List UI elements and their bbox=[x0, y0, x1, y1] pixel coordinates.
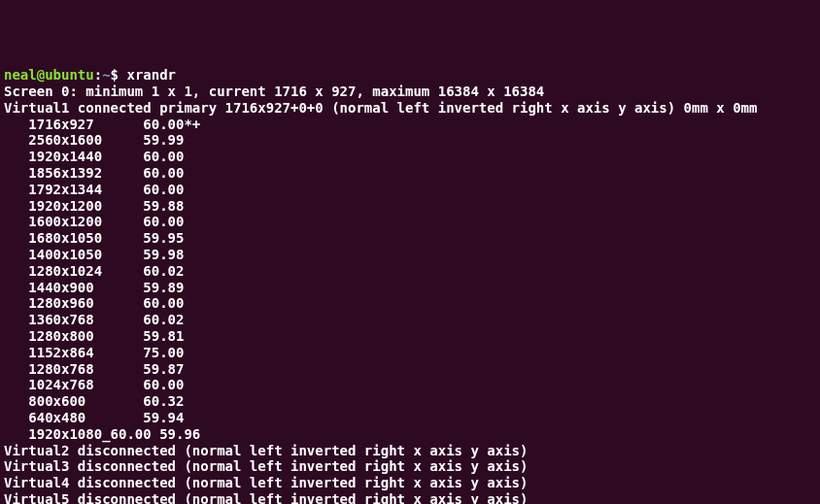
prompt-path: ~ bbox=[102, 67, 110, 83]
mode-line: 1920x1200 59.88 bbox=[4, 198, 816, 215]
command-entered: xrandr bbox=[126, 67, 176, 83]
prompt-colon: : bbox=[94, 67, 102, 83]
mode-line: 1280x768 59.87 bbox=[4, 361, 816, 378]
mode-line: 1280x800 59.81 bbox=[4, 328, 816, 345]
mode-line: 1440x900 59.89 bbox=[4, 280, 816, 296]
mode-line: 1280x960 60.00 bbox=[4, 295, 816, 312]
mode-line: 1716x927 60.00*+ bbox=[4, 117, 816, 133]
terminal-output[interactable]: neal@ubuntu:~$ xrandrScreen 0: minimum 1… bbox=[4, 67, 816, 504]
mode-line: 1360x768 60.02 bbox=[4, 312, 816, 328]
virtual-disconnected: Virtual5 disconnected (normal left inver… bbox=[4, 491, 816, 504]
mode-line: 1920x1080_60.00 59.96 bbox=[4, 426, 816, 443]
mode-line: 1152x864 75.00 bbox=[4, 345, 816, 361]
mode-line: 1920x1440 60.00 bbox=[4, 149, 816, 165]
prompt-line-1: neal@ubuntu:~$ xrandr bbox=[4, 67, 816, 84]
virtual-disconnected: Virtual2 disconnected (normal left inver… bbox=[4, 443, 816, 459]
mode-line: 1024x768 60.00 bbox=[4, 377, 816, 393]
prompt-dollar: $ bbox=[111, 67, 127, 83]
virtual1-connected: Virtual1 connected primary 1716x927+0+0 … bbox=[4, 100, 816, 117]
mode-line: 2560x1600 59.99 bbox=[4, 132, 816, 149]
mode-line: 800x600 60.32 bbox=[4, 393, 816, 410]
mode-line: 1400x1050 59.98 bbox=[4, 247, 816, 263]
mode-line: 1792x1344 60.00 bbox=[4, 182, 816, 198]
mode-line: 1680x1050 59.95 bbox=[4, 230, 816, 247]
mode-line: 1856x1392 60.00 bbox=[4, 165, 816, 182]
mode-line: 1280x1024 60.02 bbox=[4, 263, 816, 280]
virtual-disconnected: Virtual4 disconnected (normal left inver… bbox=[4, 475, 816, 491]
mode-line: 640x480 59.94 bbox=[4, 410, 816, 426]
mode-line: 1600x1200 60.00 bbox=[4, 214, 816, 230]
prompt-user-host: neal@ubuntu bbox=[4, 67, 94, 83]
screen-info: Screen 0: minimum 1 x 1, current 1716 x … bbox=[4, 84, 816, 100]
virtual-disconnected: Virtual3 disconnected (normal left inver… bbox=[4, 458, 816, 475]
